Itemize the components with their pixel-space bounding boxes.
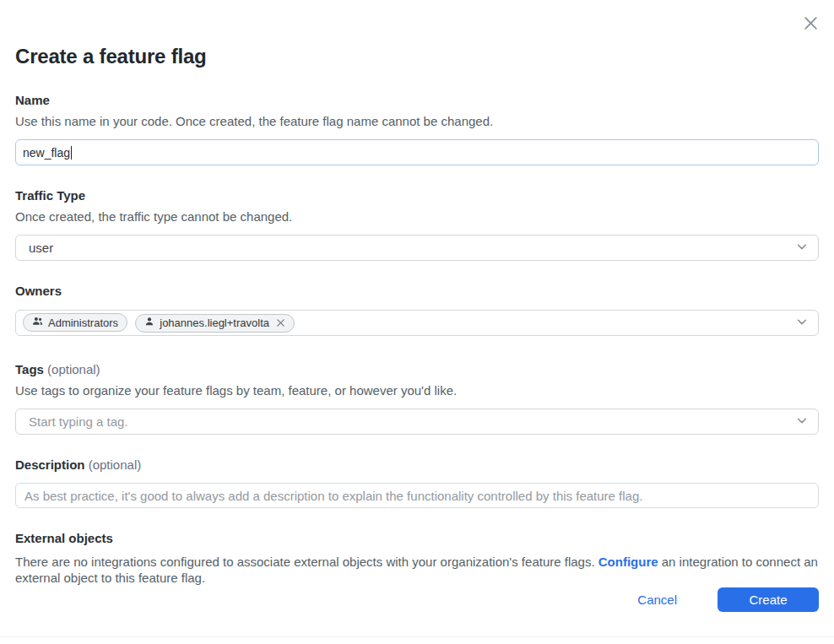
configure-link[interactable]: Configure (598, 555, 658, 569)
tags-input[interactable]: Start typing a tag. (15, 409, 819, 435)
name-input-value: new_flag (23, 146, 70, 160)
owner-chip-label: Administrators (48, 317, 118, 329)
traffic-type-field-group: Traffic Type Once created, the traffic t… (15, 187, 819, 261)
external-objects-label: External objects (15, 530, 819, 546)
traffic-type-selected-value: user (29, 241, 796, 255)
user-icon (144, 317, 154, 329)
modal-title: Create a feature flag (15, 0, 819, 69)
owners-label: Owners (15, 283, 819, 299)
remove-owner-icon[interactable] (276, 318, 285, 327)
traffic-type-select[interactable]: user (15, 235, 819, 261)
modal-footer: Cancel Create (637, 587, 819, 612)
text-cursor (71, 146, 72, 160)
name-helper-text: Use this name in your code. Once created… (15, 113, 819, 130)
description-field-group: Description (optional) As best practice,… (15, 457, 819, 508)
description-input[interactable]: As best practice, it's good to always ad… (15, 483, 819, 508)
chevron-down-icon (796, 241, 808, 255)
external-objects-text: There are no integrations configured to … (15, 554, 819, 586)
description-optional-hint: (optional) (89, 457, 142, 472)
chevron-down-icon (796, 414, 808, 429)
owner-chip-user[interactable]: johannes.liegl+travolta (135, 314, 295, 333)
name-field-group: Name Use this name in your code. Once cr… (15, 92, 819, 165)
tags-label: Tags (optional) (15, 361, 819, 377)
name-label: Name (15, 92, 819, 108)
external-objects-section: External objects There are no integratio… (15, 530, 819, 586)
close-button[interactable] (800, 14, 820, 35)
tags-field-group: Tags (optional) Use tags to organize you… (15, 361, 819, 435)
owners-field-group: Owners Administrators (15, 283, 819, 336)
name-input[interactable]: new_flag (15, 139, 819, 165)
owner-chip-administrators[interactable]: Administrators (23, 313, 127, 332)
owner-chip-label: johannes.liegl+travolta (160, 317, 269, 329)
chevron-down-icon (796, 316, 808, 330)
owners-select[interactable]: Administrators johannes.liegl+travolta (15, 310, 819, 336)
description-label: Description (optional) (15, 457, 819, 473)
group-icon (32, 316, 43, 329)
create-feature-flag-modal: Create a feature flag Name Use this name… (0, 0, 834, 644)
create-button[interactable]: Create (718, 587, 819, 612)
close-icon (802, 14, 820, 35)
description-placeholder: As best practice, it's good to always ad… (24, 489, 642, 503)
tags-helper-text: Use tags to organize your feature flags … (15, 382, 819, 399)
footer-divider (0, 636, 834, 637)
tags-optional-hint: (optional) (47, 362, 100, 376)
traffic-type-label: Traffic Type (15, 187, 819, 203)
cancel-button[interactable]: Cancel (637, 593, 677, 607)
tags-placeholder: Start typing a tag. (29, 414, 796, 429)
traffic-type-helper-text: Once created, the traffic type cannot be… (15, 208, 819, 225)
